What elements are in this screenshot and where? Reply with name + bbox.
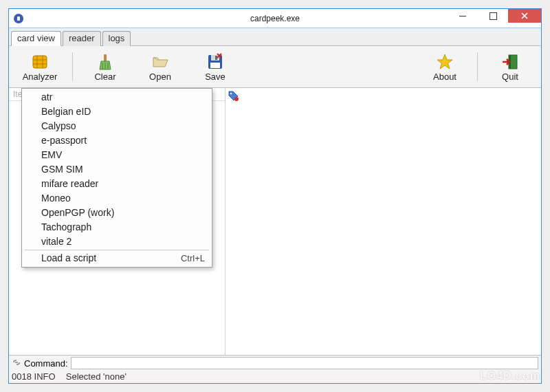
exit-icon (501, 52, 519, 72)
command-bar: Command: (9, 355, 541, 371)
about-label: About (433, 72, 456, 82)
menu-item-gsm-sim[interactable]: GSM SIM (22, 162, 212, 177)
menu-item-belgian-eid[interactable]: Belgian eID (22, 105, 212, 119)
menu-item-e-passport[interactable]: e-passport (22, 133, 212, 148)
menu-item-emv[interactable]: EMV (22, 148, 212, 162)
menu-separator (25, 250, 209, 250)
broom-icon (96, 52, 114, 72)
tag-icon (228, 94, 239, 104)
app-window: cardpeek.exe card view reader logs Analy… (8, 8, 542, 384)
menu-item-load-script[interactable]: Load a script Ctrl+L (22, 251, 212, 265)
command-input[interactable] (71, 357, 538, 369)
folder-open-icon (151, 52, 169, 72)
svg-point-11 (234, 97, 239, 101)
command-label: Command: (24, 358, 68, 369)
about-button[interactable]: About (418, 49, 472, 85)
separator (72, 52, 73, 81)
clear-label: Clear (94, 72, 116, 82)
open-label: Open (149, 72, 171, 82)
tab-card-view[interactable]: card view (11, 31, 61, 46)
detail-pane (226, 88, 541, 355)
minimize-button[interactable] (448, 9, 478, 23)
titlebar: cardpeek.exe (9, 9, 541, 28)
menu-item-atr[interactable]: atr (22, 90, 212, 105)
menu-item-tachograph[interactable]: Tachograph (22, 220, 212, 235)
menu-item-moneo[interactable]: Moneo (22, 191, 212, 206)
window-controls (448, 9, 541, 24)
menu-item-openpgp[interactable]: OpenPGP (work) (22, 206, 212, 220)
maximize-button[interactable] (478, 9, 508, 23)
tab-logs[interactable]: logs (102, 31, 131, 46)
menu-item-calypso[interactable]: Calypso (22, 119, 212, 133)
tab-reader[interactable]: reader (63, 31, 101, 46)
quit-label: Quit (502, 72, 518, 82)
separator (477, 52, 478, 81)
app-icon (13, 13, 24, 24)
svg-rect-6 (215, 56, 217, 60)
analyzer-menu: atr Belgian eID Calypso e-passport EMV G… (21, 88, 212, 268)
svg-rect-7 (210, 63, 220, 68)
star-icon (436, 52, 454, 72)
status-message: Selected 'none' (66, 371, 126, 382)
svg-rect-1 (17, 17, 20, 21)
clear-button[interactable]: Clear (78, 49, 132, 85)
status-code: 0018 INFO (12, 371, 56, 382)
svg-point-10 (230, 93, 232, 94)
menu-item-vitale2[interactable]: vitale 2 (22, 235, 212, 249)
svg-rect-3 (104, 54, 107, 61)
close-button[interactable] (508, 9, 541, 23)
floppy-save-icon (206, 52, 224, 72)
tab-bar: card view reader logs (9, 28, 541, 46)
chip-icon (31, 52, 49, 72)
content-area: Items Size Interpreted value atr Belgian… (9, 88, 541, 355)
open-button[interactable]: Open (133, 49, 187, 85)
analyzer-label: Analyzer (23, 72, 58, 82)
quit-button[interactable]: Quit (483, 49, 537, 85)
status-bar: 0018 INFO Selected 'none' (9, 371, 541, 383)
chain-icon (12, 358, 21, 369)
save-button[interactable]: Save (188, 49, 242, 85)
menu-item-mifare-reader[interactable]: mifare reader (22, 177, 212, 191)
svg-rect-2 (33, 56, 47, 68)
save-label: Save (205, 72, 226, 82)
shortcut-label: Ctrl+L (181, 252, 205, 265)
toolbar: Analyzer Clear Open Save About (9, 46, 541, 88)
analyzer-button[interactable]: Analyzer (13, 49, 67, 85)
tree-pane: Items Size Interpreted value atr Belgian… (9, 88, 226, 355)
